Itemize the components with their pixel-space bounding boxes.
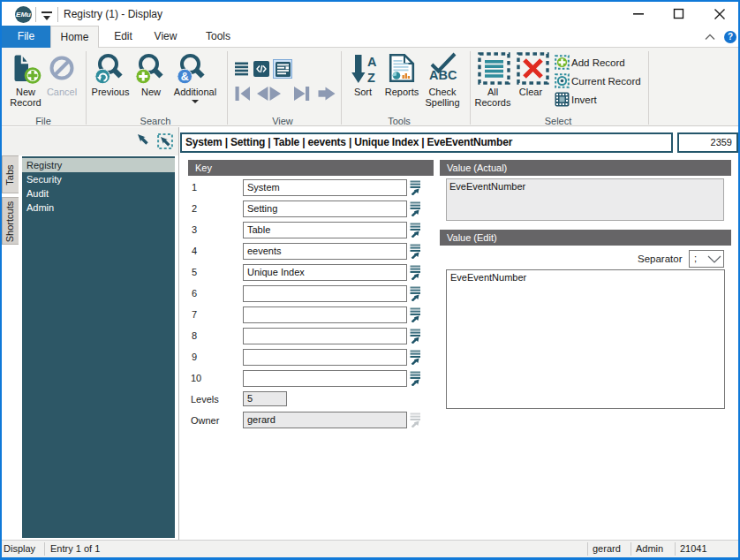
svg-text:Z: Z	[367, 71, 375, 83]
svg-text:&: &	[181, 71, 189, 83]
svg-text:ABC: ABC	[429, 68, 457, 82]
svg-text:A: A	[367, 55, 377, 69]
